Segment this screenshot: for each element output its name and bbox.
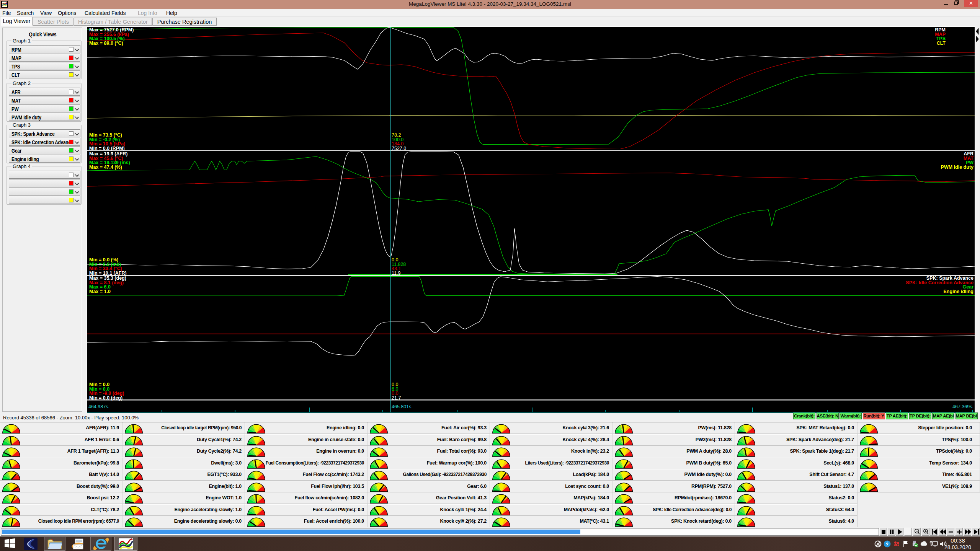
svg-text:PWM Idle duty: PWM Idle duty — [941, 165, 973, 170]
svg-text:Engine idling: Engine idling — [944, 289, 973, 294]
svg-text:465.801s: 465.801s — [392, 404, 411, 409]
svg-text:21.7: 21.7 — [392, 395, 401, 401]
svg-text:CLT: CLT — [937, 41, 946, 46]
svg-text:Min = 10.1 (AFR): Min = 10.1 (AFR) — [89, 271, 127, 276]
svg-text:7527.0: 7527.0 — [392, 146, 406, 151]
svg-text:467.369s.: 467.369s. — [952, 404, 973, 409]
svg-text:Max = 1.0: Max = 1.0 — [89, 289, 111, 294]
svg-text:Min = 0.0 (RPM): Min = 0.0 (RPM) — [89, 146, 125, 151]
svg-text:Min = 0.0 (deg): Min = 0.0 (deg) — [89, 395, 122, 401]
svg-text:11.9: 11.9 — [392, 271, 400, 276]
svg-text:Max = 89.0 (°C): Max = 89.0 (°C) — [89, 41, 123, 46]
svg-text:Max = 47.4 (%): Max = 47.4 (%) — [89, 165, 122, 170]
svg-text:464.987s.: 464.987s. — [88, 404, 109, 409]
